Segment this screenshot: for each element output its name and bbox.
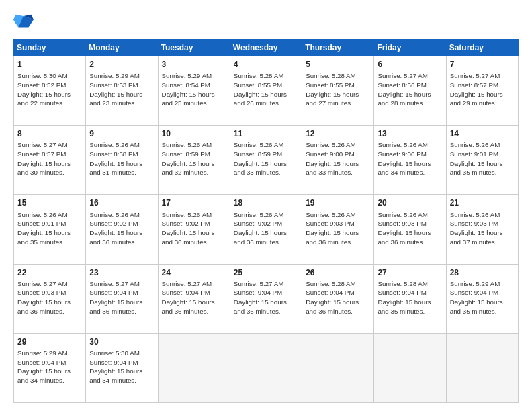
day-info: Sunrise: 5:27 AMSunset: 8:57 PMDaylight:… — [17, 140, 82, 177]
day-info: Sunrise: 5:27 AMSunset: 9:04 PMDaylight:… — [162, 279, 226, 316]
day-info: Sunrise: 5:26 AMSunset: 9:03 PMDaylight:… — [450, 210, 515, 247]
calendar-day-cell: 9 Sunrise: 5:26 AMSunset: 8:58 PMDayligh… — [86, 126, 158, 195]
day-number: 19 — [306, 197, 370, 208]
day-number: 14 — [450, 128, 515, 139]
day-number: 24 — [162, 267, 226, 278]
calendar-day-cell: 18 Sunrise: 5:26 AMSunset: 9:02 PMDaylig… — [230, 195, 302, 264]
day-info: Sunrise: 5:26 AMSunset: 8:59 PMDaylight:… — [234, 140, 298, 177]
day-number: 12 — [306, 128, 370, 139]
calendar-day-cell: 13 Sunrise: 5:26 AMSunset: 9:00 PMDaylig… — [374, 126, 446, 195]
calendar-week-row: 1 Sunrise: 5:30 AMSunset: 8:52 PMDayligh… — [14, 56, 519, 126]
day-number: 21 — [450, 197, 515, 208]
day-info: Sunrise: 5:26 AMSunset: 8:59 PMDaylight:… — [162, 140, 226, 177]
day-number: 30 — [89, 336, 154, 347]
logo — [13, 12, 36, 32]
day-info: Sunrise: 5:28 AMSunset: 9:04 PMDaylight:… — [306, 279, 370, 316]
day-number: 7 — [450, 59, 515, 70]
day-number: 25 — [234, 267, 298, 278]
day-info: Sunrise: 5:26 AMSunset: 9:02 PMDaylight:… — [234, 210, 298, 247]
page: SundayMondayTuesdayWednesdayThursdayFrid… — [0, 0, 532, 411]
calendar-header-tuesday: Tuesday — [158, 40, 230, 56]
day-info: Sunrise: 5:28 AMSunset: 8:55 PMDaylight:… — [234, 71, 298, 108]
day-info: Sunrise: 5:27 AMSunset: 8:56 PMDaylight:… — [378, 71, 442, 108]
day-number: 5 — [306, 59, 370, 70]
calendar-header-wednesday: Wednesday — [230, 40, 302, 56]
calendar-week-row: 22 Sunrise: 5:27 AMSunset: 9:03 PMDaylig… — [14, 264, 519, 333]
day-info: Sunrise: 5:27 AMSunset: 9:03 PMDaylight:… — [17, 279, 82, 316]
calendar-table: SundayMondayTuesdayWednesdayThursdayFrid… — [13, 39, 519, 403]
calendar-header-friday: Friday — [374, 40, 446, 56]
calendar-day-cell: 3 Sunrise: 5:29 AMSunset: 8:54 PMDayligh… — [158, 56, 230, 126]
day-number: 10 — [162, 128, 226, 139]
day-number: 23 — [89, 267, 154, 278]
calendar-day-cell: 22 Sunrise: 5:27 AMSunset: 9:03 PMDaylig… — [14, 264, 86, 333]
day-number: 16 — [89, 197, 154, 208]
day-number: 18 — [234, 197, 298, 208]
calendar-day-cell: 15 Sunrise: 5:26 AMSunset: 9:01 PMDaylig… — [14, 195, 86, 264]
calendar-day-cell: 5 Sunrise: 5:28 AMSunset: 8:55 PMDayligh… — [302, 56, 374, 126]
day-info: Sunrise: 5:26 AMSunset: 9:00 PMDaylight:… — [378, 140, 442, 177]
calendar-day-cell: 27 Sunrise: 5:28 AMSunset: 9:04 PMDaylig… — [374, 264, 446, 333]
day-number: 15 — [17, 197, 82, 208]
calendar-day-cell: 19 Sunrise: 5:26 AMSunset: 9:03 PMDaylig… — [302, 195, 374, 264]
day-number: 28 — [450, 267, 515, 278]
day-number: 2 — [89, 59, 154, 70]
day-info: Sunrise: 5:27 AMSunset: 8:57 PMDaylight:… — [450, 71, 515, 108]
calendar-day-cell: 4 Sunrise: 5:28 AMSunset: 8:55 PMDayligh… — [230, 56, 302, 126]
calendar-day-cell: 26 Sunrise: 5:28 AMSunset: 9:04 PMDaylig… — [302, 264, 374, 333]
day-number: 22 — [17, 267, 82, 278]
day-info: Sunrise: 5:26 AMSunset: 9:01 PMDaylight:… — [17, 210, 82, 247]
day-number: 1 — [17, 59, 82, 70]
day-number: 29 — [17, 336, 82, 347]
calendar-day-cell: 8 Sunrise: 5:27 AMSunset: 8:57 PMDayligh… — [14, 126, 86, 195]
day-info: Sunrise: 5:29 AMSunset: 9:04 PMDaylight:… — [450, 279, 515, 316]
calendar-day-cell: 16 Sunrise: 5:26 AMSunset: 9:02 PMDaylig… — [86, 195, 158, 264]
day-number: 8 — [17, 128, 82, 139]
calendar-day-cell: 28 Sunrise: 5:29 AMSunset: 9:04 PMDaylig… — [446, 264, 518, 333]
day-info: Sunrise: 5:30 AMSunset: 9:04 PMDaylight:… — [89, 349, 154, 385]
day-info: Sunrise: 5:29 AMSunset: 9:04 PMDaylight:… — [17, 349, 82, 385]
calendar-day-cell: 30 Sunrise: 5:30 AMSunset: 9:04 PMDaylig… — [86, 333, 158, 402]
calendar-header-row: SundayMondayTuesdayWednesdayThursdayFrid… — [14, 40, 519, 56]
calendar-day-cell: 7 Sunrise: 5:27 AMSunset: 8:57 PMDayligh… — [446, 56, 518, 126]
calendar-week-row: 15 Sunrise: 5:26 AMSunset: 9:01 PMDaylig… — [14, 195, 519, 264]
calendar-header-thursday: Thursday — [302, 40, 374, 56]
day-number: 3 — [162, 59, 226, 70]
calendar-day-cell: 12 Sunrise: 5:26 AMSunset: 9:00 PMDaylig… — [302, 126, 374, 195]
calendar-header-monday: Monday — [86, 40, 158, 56]
day-number: 17 — [162, 197, 226, 208]
day-number: 26 — [306, 267, 370, 278]
calendar-day-cell: 17 Sunrise: 5:26 AMSunset: 9:02 PMDaylig… — [158, 195, 230, 264]
day-info: Sunrise: 5:26 AMSunset: 9:00 PMDaylight:… — [306, 140, 370, 177]
day-info: Sunrise: 5:26 AMSunset: 9:03 PMDaylight:… — [378, 210, 442, 247]
day-number: 9 — [89, 128, 154, 139]
day-number: 20 — [378, 197, 442, 208]
day-number: 6 — [378, 59, 442, 70]
day-info: Sunrise: 5:30 AMSunset: 8:52 PMDaylight:… — [17, 71, 82, 108]
calendar-day-cell: 6 Sunrise: 5:27 AMSunset: 8:56 PMDayligh… — [374, 56, 446, 126]
calendar-day-cell: 23 Sunrise: 5:27 AMSunset: 9:04 PMDaylig… — [86, 264, 158, 333]
day-info: Sunrise: 5:28 AMSunset: 9:04 PMDaylight:… — [378, 279, 442, 316]
day-info: Sunrise: 5:27 AMSunset: 9:04 PMDaylight:… — [89, 279, 154, 316]
day-info: Sunrise: 5:28 AMSunset: 8:55 PMDaylight:… — [306, 71, 370, 108]
calendar-header-sunday: Sunday — [14, 40, 86, 56]
calendar-day-cell: 24 Sunrise: 5:27 AMSunset: 9:04 PMDaylig… — [158, 264, 230, 333]
calendar-week-row: 8 Sunrise: 5:27 AMSunset: 8:57 PMDayligh… — [14, 126, 519, 195]
day-info: Sunrise: 5:26 AMSunset: 9:02 PMDaylight:… — [89, 210, 154, 247]
calendar-day-cell — [158, 333, 230, 402]
day-info: Sunrise: 5:26 AMSunset: 8:58 PMDaylight:… — [89, 140, 154, 177]
calendar-day-cell: 2 Sunrise: 5:29 AMSunset: 8:53 PMDayligh… — [86, 56, 158, 126]
calendar-body: 1 Sunrise: 5:30 AMSunset: 8:52 PMDayligh… — [14, 56, 519, 403]
calendar-day-cell: 29 Sunrise: 5:29 AMSunset: 9:04 PMDaylig… — [14, 333, 86, 402]
calendar-header-saturday: Saturday — [446, 40, 518, 56]
day-info: Sunrise: 5:26 AMSunset: 9:02 PMDaylight:… — [162, 210, 226, 247]
day-info: Sunrise: 5:27 AMSunset: 9:04 PMDaylight:… — [234, 279, 298, 316]
day-number: 13 — [378, 128, 442, 139]
calendar-day-cell — [446, 333, 518, 402]
calendar-week-row: 29 Sunrise: 5:29 AMSunset: 9:04 PMDaylig… — [14, 333, 519, 402]
day-info: Sunrise: 5:29 AMSunset: 8:54 PMDaylight:… — [162, 71, 226, 108]
day-number: 4 — [234, 59, 298, 70]
calendar-day-cell: 11 Sunrise: 5:26 AMSunset: 8:59 PMDaylig… — [230, 126, 302, 195]
header — [13, 12, 519, 32]
day-number: 27 — [378, 267, 442, 278]
